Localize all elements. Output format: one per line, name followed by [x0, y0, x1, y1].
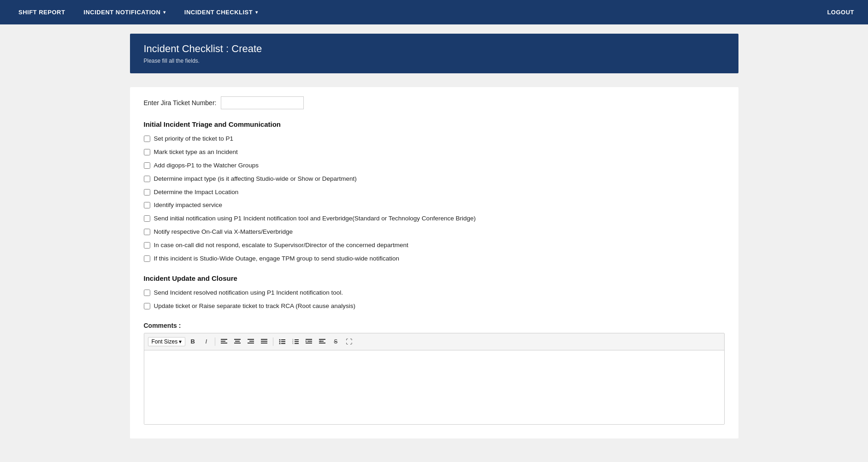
checkbox-10[interactable]: [144, 255, 150, 262]
checkbox-11[interactable]: [144, 290, 150, 296]
svg-rect-6: [248, 339, 254, 340]
svg-marker-31: [319, 340, 321, 342]
svg-text:3.: 3.: [292, 342, 294, 344]
svg-rect-30: [319, 343, 325, 344]
svg-rect-21: [295, 341, 299, 342]
section1-group: Initial Incident Triage and Communicatio…: [144, 120, 725, 263]
checklist-label-11[interactable]: Send Incident resolved notification usin…: [154, 289, 343, 297]
checkbox-5[interactable]: [144, 189, 150, 195]
svg-rect-9: [261, 339, 267, 340]
strikethrough-button[interactable]: S: [330, 336, 342, 347]
checklist-item: Add digops-P1 to the Watcher Groups: [144, 161, 725, 170]
ordered-list-button[interactable]: 1.2.3.: [289, 336, 301, 347]
svg-rect-1: [221, 341, 225, 342]
checkbox-3[interactable]: [144, 162, 150, 169]
nav-left: SHIFT REPORT INCIDENT NOTIFICATION ▾ INC…: [9, 0, 822, 24]
svg-rect-4: [235, 341, 240, 342]
incident-notification-caret-icon: ▾: [163, 10, 166, 15]
svg-rect-19: [295, 339, 299, 340]
checklist-item: If this incident is Studio-Wide Outage, …: [144, 255, 725, 263]
navigation: SHIFT REPORT INCIDENT NOTIFICATION ▾ INC…: [0, 0, 868, 24]
incident-checklist-caret-icon: ▾: [255, 10, 258, 15]
section1-heading: Initial Incident Triage and Communicatio…: [144, 120, 725, 128]
svg-rect-15: [281, 341, 285, 342]
svg-rect-17: [281, 343, 285, 344]
indent-increase-button[interactable]: [303, 336, 315, 347]
nav-incident-checklist[interactable]: INCIDENT CHECKLIST ▾: [175, 0, 267, 24]
align-center-button[interactable]: [231, 336, 243, 347]
svg-rect-7: [249, 341, 254, 342]
checklist-label-8[interactable]: Notify respective On-Call via X-Matters/…: [154, 228, 293, 237]
svg-point-16: [279, 343, 281, 344]
checklist-label-9[interactable]: In case on-call did not respond, escalat…: [154, 241, 408, 250]
toolbar-divider-2: [273, 338, 273, 346]
checkbox-12[interactable]: [144, 303, 150, 309]
svg-point-14: [279, 341, 281, 342]
align-left-button[interactable]: [218, 336, 230, 347]
logout-button[interactable]: LOGOUT: [822, 9, 859, 16]
header-card: Incident Checklist : Create Please fill …: [130, 34, 738, 73]
indent-decrease-button[interactable]: [316, 336, 328, 347]
checkbox-7[interactable]: [144, 215, 150, 222]
checkbox-1[interactable]: [144, 136, 150, 142]
svg-rect-10: [261, 341, 267, 342]
checklist-item: Identify impacted service: [144, 201, 725, 210]
checklist-label-2[interactable]: Mark ticket type as an Incident: [154, 148, 238, 157]
font-sizes-caret-icon: ▾: [179, 338, 182, 345]
jira-row: Enter Jira Ticket Number:: [144, 96, 725, 109]
checklist-item: Determine impact type (is it affecting S…: [144, 175, 725, 184]
checklist-label-10[interactable]: If this incident is Studio-Wide Outage, …: [154, 255, 400, 263]
svg-rect-0: [221, 339, 227, 340]
nav-incident-notification[interactable]: INCIDENT NOTIFICATION ▾: [74, 0, 175, 24]
jira-ticket-input[interactable]: [221, 96, 304, 109]
checkbox-8[interactable]: [144, 229, 150, 235]
checklist-item: Mark ticket type as an Incident: [144, 148, 725, 157]
svg-rect-23: [295, 343, 299, 344]
editor-toolbar: Font Sizes ▾ B I: [144, 333, 724, 350]
checklist-label-5[interactable]: Determine the Impact Location: [154, 188, 239, 197]
svg-rect-25: [307, 341, 312, 342]
svg-rect-2: [221, 343, 227, 344]
checklist-item: Send Incident resolved notification usin…: [144, 289, 725, 297]
section2-heading: Incident Update and Closure: [144, 274, 725, 282]
svg-rect-8: [248, 343, 254, 344]
font-sizes-button[interactable]: Font Sizes ▾: [148, 337, 186, 346]
checklist-item: Set priority of the ticket to P1: [144, 135, 725, 143]
page-title: Incident Checklist : Create: [144, 43, 725, 55]
comments-label: Comments :: [144, 322, 725, 329]
align-right-button[interactable]: [245, 336, 257, 347]
checklist-item: Send initial notification using P1 Incid…: [144, 214, 725, 223]
svg-rect-28: [319, 339, 325, 340]
jira-label: Enter Jira Ticket Number:: [144, 99, 217, 107]
checkbox-6[interactable]: [144, 202, 150, 208]
toolbar-divider: [215, 338, 215, 346]
checklist-label-6[interactable]: Identify impacted service: [154, 201, 223, 210]
section2-group: Incident Update and Closure Send Inciden…: [144, 274, 725, 311]
bold-button[interactable]: B: [187, 336, 199, 347]
svg-marker-27: [306, 340, 307, 342]
editor-body[interactable]: [144, 350, 724, 424]
checklist-label-1[interactable]: Set priority of the ticket to P1: [154, 135, 234, 143]
comments-editor: Font Sizes ▾ B I: [144, 333, 725, 425]
italic-button[interactable]: I: [200, 336, 212, 347]
checklist-item: Update ticket or Raise separate ticket t…: [144, 302, 725, 311]
checkbox-9[interactable]: [144, 242, 150, 249]
svg-rect-3: [234, 339, 241, 340]
fullscreen-button[interactable]: ⛶: [343, 336, 355, 347]
unordered-list-button[interactable]: [276, 336, 288, 347]
justify-button[interactable]: [258, 336, 270, 347]
svg-point-12: [279, 339, 281, 340]
svg-rect-11: [261, 343, 267, 344]
page-subtitle: Please fill all the fields.: [144, 58, 725, 64]
checkbox-2[interactable]: [144, 149, 150, 155]
form-section: Enter Jira Ticket Number: Initial Incide…: [130, 87, 738, 438]
checklist-item: Determine the Impact Location: [144, 188, 725, 197]
checkbox-4[interactable]: [144, 176, 150, 182]
checklist-item: In case on-call did not respond, escalat…: [144, 241, 725, 250]
checklist-label-3[interactable]: Add digops-P1 to the Watcher Groups: [154, 161, 259, 170]
checklist-label-7[interactable]: Send initial notification using P1 Incid…: [154, 214, 476, 223]
checklist-label-12[interactable]: Update ticket or Raise separate ticket t…: [154, 302, 355, 311]
nav-shift-report[interactable]: SHIFT REPORT: [9, 0, 74, 24]
checklist-label-4[interactable]: Determine impact type (is it affecting S…: [154, 175, 357, 184]
page-wrapper: Incident Checklist : Create Please fill …: [112, 24, 757, 448]
